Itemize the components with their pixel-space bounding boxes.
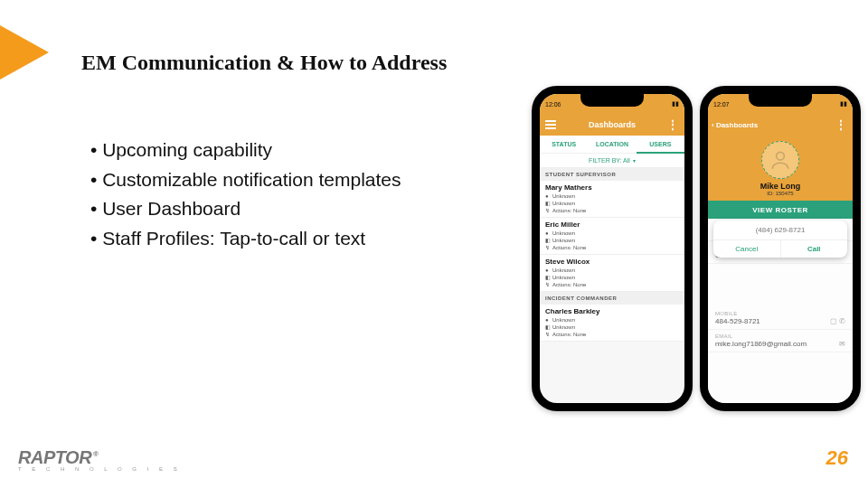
brand-name: RAPTOR <box>18 447 91 467</box>
tab-bar: STATUS LOCATION USERS <box>540 136 684 154</box>
bullet-item: Customizable notification templates <box>90 165 401 195</box>
list-item[interactable]: Charles Barkley ●Unknown ◧Unknown ↯Actio… <box>540 305 684 342</box>
user-list: STUDENT SUPERVISOR Mary Mathers ●Unknown… <box>540 168 684 403</box>
hamburger-icon[interactable] <box>545 120 556 129</box>
list-item[interactable]: Mary Mathers ●Unknown ◧Unknown ↯Actions:… <box>540 181 684 218</box>
person-name: Mary Mathers <box>545 183 679 192</box>
more-icon[interactable]: ⋮ <box>667 123 679 127</box>
app-header: Dashboards ⋮ <box>540 114 684 136</box>
view-roster-button[interactable]: VIEW ROSTER <box>708 201 853 219</box>
tab-location[interactable]: LOCATION <box>588 136 636 154</box>
profile-name: Mike Long <box>760 182 801 191</box>
contact-icons: ▢ ✆ <box>830 317 845 325</box>
phone-notch <box>580 94 644 107</box>
status-time: 12:07 <box>713 101 730 108</box>
brand-logo: RAPTOR® T E C H N O L O G I E S <box>18 447 182 472</box>
status-icons: ▮▮ <box>672 100 679 108</box>
field-value: 484-529-8721 <box>715 317 760 325</box>
location-pin-icon: ◧ <box>545 237 552 243</box>
status-dot-icon: ● <box>545 267 552 273</box>
message-icon[interactable]: ▢ <box>830 317 837 325</box>
location-pin-icon: ◧ <box>545 274 552 280</box>
cancel-button[interactable]: Cancel <box>713 240 781 258</box>
profile-header: Mike Long ID: 150475 <box>708 136 853 201</box>
call-action-sheet: (484) 629-8721 Cancel Call <box>713 221 847 258</box>
actions-icon: ↯ <box>545 331 552 337</box>
registered-mark: ® <box>93 450 98 458</box>
phone-dashboards: 12:06 ▮▮ Dashboards ⋮ STATUS LOCATION US… <box>532 86 693 411</box>
avatar-placeholder-icon <box>761 141 799 179</box>
tab-users[interactable]: USERS <box>637 136 684 154</box>
phone-notch <box>749 94 812 107</box>
phone-profile: 12:07 ▮▮ ‹ Dashboards ⋮ Mike Long ID: 15… <box>700 86 861 411</box>
status-icons: ▮▮ <box>840 100 847 108</box>
section-commander: INCIDENT COMMANDER <box>540 292 684 305</box>
field-value: mike.long71869@gmail.com <box>715 340 807 348</box>
slide-title: EM Communication & How to Address <box>81 51 447 75</box>
field-label: MOBILE <box>715 311 845 316</box>
section-supervisor: STUDENT SUPERVISOR <box>540 168 684 181</box>
status-dot-icon: ● <box>545 317 552 323</box>
accent-triangle <box>0 25 49 80</box>
bullet-item: Upcoming capability <box>90 136 401 165</box>
bullet-item: Staff Profiles: Tap-to-call or text <box>90 224 401 254</box>
profile-id: ID: 150475 <box>767 191 793 196</box>
bullet-list: Upcoming capability Customizable notific… <box>90 136 401 253</box>
slide: EM Communication & How to Address Upcomi… <box>0 0 868 488</box>
actions-icon: ↯ <box>545 281 552 287</box>
back-button[interactable]: ‹ Dashboards <box>712 121 758 129</box>
person-name: Eric Miller <box>545 221 679 229</box>
header-title: Dashboards <box>589 120 636 129</box>
more-icon[interactable]: ⋮ <box>835 123 847 127</box>
app-header: ‹ Dashboards ⋮ <box>708 114 853 136</box>
tab-status[interactable]: STATUS <box>540 136 588 154</box>
location-pin-icon: ◧ <box>545 200 552 206</box>
field-label: EMAIL <box>715 333 845 339</box>
list-item[interactable]: Steve Wilcox ●Unknown ◧Unknown ↯Actions:… <box>540 255 684 292</box>
bullet-item: User Dashboard <box>90 194 401 224</box>
profile-contact-fields: MOBILE 484-529-8721 ▢ ✆ EMAIL mike.long7… <box>708 262 853 352</box>
phone-icon[interactable]: ✆ <box>839 317 845 325</box>
chevron-down-icon: ▾ <box>633 157 636 164</box>
status-time: 12:06 <box>545 101 561 108</box>
list-item[interactable]: Eric Miller ●Unknown ◧Unknown ↯Actions: … <box>540 218 684 255</box>
actions-icon: ↯ <box>545 244 552 250</box>
location-pin-icon: ◧ <box>545 324 552 330</box>
call-button[interactable]: Call <box>781 240 848 258</box>
brand-subline: T E C H N O L O G I E S <box>18 466 182 472</box>
page-number: 26 <box>826 446 848 470</box>
person-name: Charles Barkley <box>545 307 679 315</box>
actions-icon: ↯ <box>545 207 552 213</box>
email-icon[interactable]: ✉ <box>839 340 845 348</box>
person-name: Steve Wilcox <box>545 258 679 266</box>
svg-point-0 <box>777 152 785 160</box>
status-dot-icon: ● <box>545 230 552 236</box>
filter-button[interactable]: FILTER BY: All ▾ <box>540 154 684 168</box>
filter-label: FILTER BY: All <box>589 157 630 164</box>
status-dot-icon: ● <box>545 193 552 199</box>
popup-phone-number: (484) 629-8721 <box>713 221 847 239</box>
